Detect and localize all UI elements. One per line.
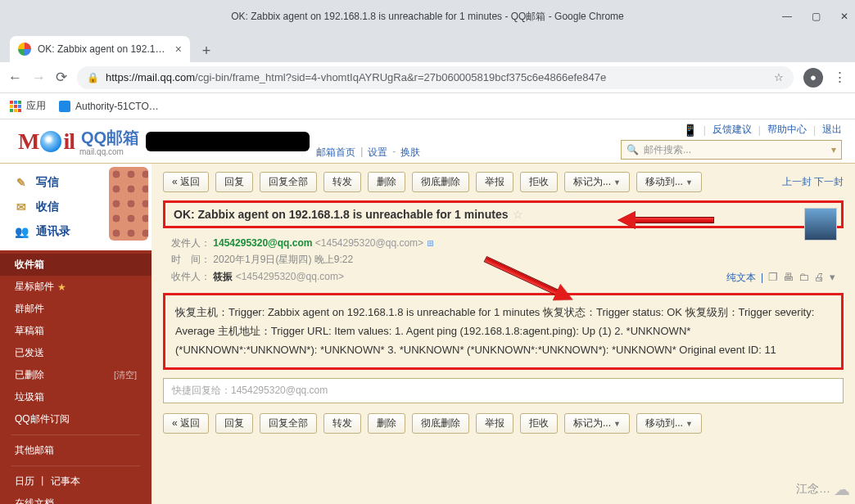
sidebar-item-subscribe[interactable]: QQ邮件订阅 bbox=[0, 408, 152, 430]
print-icon[interactable]: 🖨 bbox=[814, 268, 825, 286]
menu-icon[interactable]: ⋮ bbox=[833, 69, 847, 86]
window-icon[interactable]: ❐ bbox=[768, 268, 778, 286]
delete-button[interactable]: 删除 bbox=[368, 172, 405, 192]
reject-button[interactable]: 拒收 bbox=[520, 172, 558, 192]
chevron-down-icon: ▼ bbox=[613, 178, 621, 187]
tab-title: OK: Zabbix agent on 192.168.1.… bbox=[38, 43, 169, 55]
link-settings[interactable]: 设置 bbox=[368, 146, 387, 160]
plain-text-toggle[interactable]: 纯文本 bbox=[726, 269, 756, 286]
profile-avatar-icon[interactable]: ● bbox=[803, 68, 823, 88]
star-icon: ★ bbox=[57, 281, 66, 293]
contact-card-icon[interactable]: 🗉 bbox=[426, 237, 436, 249]
clear-deleted[interactable]: [清空] bbox=[114, 369, 137, 381]
tab-strip: OK: Zabbix agent on 192.168.1.… × + bbox=[0, 33, 855, 62]
move-to-button[interactable]: 移动到...▼ bbox=[636, 172, 702, 192]
bookmarks-bar: 应用 Authority-51CTO… bbox=[0, 93, 855, 119]
link-mailbox-home[interactable]: 邮箱首页 bbox=[316, 146, 355, 160]
redacted-account bbox=[146, 132, 310, 151]
back-button[interactable]: « 返回 bbox=[163, 172, 209, 192]
delete-button-2[interactable]: 删除 bbox=[368, 413, 405, 434]
mark-as-button-2[interactable]: 标记为...▼ bbox=[564, 413, 630, 434]
sidebar-item-docs[interactable]: 在线文档 bbox=[0, 493, 152, 504]
tab-favicon-icon bbox=[18, 43, 31, 56]
report-button[interactable]: 举报 bbox=[476, 172, 513, 192]
sidebar-item-drafts[interactable]: 草稿箱 bbox=[0, 320, 152, 342]
watermark: 江念… ☁ bbox=[796, 479, 850, 499]
chevron-down-icon: ▼ bbox=[685, 420, 693, 428]
sidebar-item-inbox[interactable]: 收件箱 bbox=[0, 254, 152, 276]
cloud-icon: ☁ bbox=[834, 479, 850, 499]
delete-perm-button[interactable]: 彻底删除 bbox=[412, 172, 469, 192]
mail-time: 2020年1月9日(星期四) 晚上9:22 bbox=[213, 254, 353, 265]
link-help[interactable]: 帮助中心 bbox=[767, 123, 807, 137]
subject-star-icon[interactable]: ☆ bbox=[513, 208, 523, 221]
window-titlebar: OK: Zabbix agent on 192.168.1.8 is unrea… bbox=[0, 0, 855, 33]
mail-search-input[interactable]: 🔍 邮件搜索... ▾ bbox=[621, 140, 842, 160]
tab-close-icon[interactable]: × bbox=[175, 43, 182, 56]
chevron-down-icon: ▼ bbox=[613, 420, 621, 428]
report-button-2[interactable]: 举报 bbox=[476, 413, 513, 434]
new-tab-button[interactable]: + bbox=[195, 39, 218, 62]
delete-perm-button-2[interactable]: 彻底删除 bbox=[412, 413, 469, 434]
mail-subject-highlight: OK: Zabbix agent on 192.168.1.8 is unrea… bbox=[163, 200, 844, 228]
sidebar-item-other[interactable]: 其他邮箱 bbox=[0, 439, 152, 461]
address-bar: ← → ⟳ 🔒 https://mail.qq.com/cgi-bin/fram… bbox=[0, 62, 855, 93]
chevron-down-icon: ▼ bbox=[685, 178, 693, 187]
reject-button-2[interactable]: 拒收 bbox=[520, 413, 558, 434]
forward-icon[interactable]: → bbox=[32, 70, 46, 86]
recipient-name[interactable]: 筱振 bbox=[213, 271, 233, 282]
search-icon: 🔍 bbox=[627, 144, 639, 155]
back-button-2[interactable]: « 返回 bbox=[163, 413, 209, 434]
reply-all-button-2[interactable]: 回复全部 bbox=[260, 413, 317, 434]
sidebar-item-deleted[interactable]: 已删除[清空] bbox=[0, 364, 152, 386]
mail-logo[interactable]: M il QQ邮箱 mail.qq.com bbox=[18, 127, 139, 156]
reload-icon[interactable]: ⟳ bbox=[56, 69, 67, 86]
reply-button[interactable]: 回复 bbox=[215, 172, 253, 192]
back-icon[interactable]: ← bbox=[8, 70, 22, 86]
annotation-arrow-1 bbox=[618, 211, 716, 229]
browser-tab[interactable]: OK: Zabbix agent on 192.168.1.… × bbox=[10, 36, 190, 62]
link-logout[interactable]: 退出 bbox=[822, 123, 842, 137]
link-feedback[interactable]: 反馈建议 bbox=[712, 123, 752, 137]
quick-reply-input[interactable]: 快捷回复给：1454295320@qq.com bbox=[163, 378, 844, 403]
bookmark-favicon-icon bbox=[59, 101, 70, 112]
mail-content: « 返回 回复 回复全部 转发 删除 彻底删除 举报 拒收 标记为...▼ 移动… bbox=[152, 164, 855, 504]
forward-button-2[interactable]: 转发 bbox=[323, 413, 361, 434]
omnibox[interactable]: 🔒 https://mail.qq.com/cgi-bin/frame_html… bbox=[77, 66, 794, 89]
sender-address[interactable]: 1454295320@qq.com bbox=[213, 237, 312, 249]
logo-m-icon: M bbox=[18, 128, 38, 155]
save-icon[interactable]: 🗀 bbox=[798, 268, 809, 286]
sender-avatar[interactable] bbox=[804, 208, 837, 241]
bookmark-authority[interactable]: Authority-51CTO… bbox=[59, 101, 159, 112]
apps-shortcut[interactable]: 应用 bbox=[10, 99, 46, 113]
mail-subject: OK: Zabbix agent on 192.168.1.8 is unrea… bbox=[174, 208, 508, 221]
encoding-icon[interactable]: 🖶 bbox=[783, 268, 794, 286]
mark-as-button[interactable]: 标记为...▼ bbox=[564, 172, 630, 192]
maximize-button[interactable]: ▢ bbox=[812, 11, 821, 22]
forward-button[interactable]: 转发 bbox=[323, 172, 361, 192]
bookmark-star-icon[interactable]: ☆ bbox=[774, 71, 784, 83]
sidebar-item-spam[interactable]: 垃圾箱 bbox=[0, 386, 152, 408]
link-skin[interactable]: 换肤 bbox=[400, 146, 420, 160]
logo-sub-text: mail.qq.com bbox=[79, 147, 139, 156]
sidebar: ✎写信 ✉收信 👥通讯录 收件箱 星标邮件★ 群邮件 草稿箱 已发送 已删除[清… bbox=[0, 164, 152, 504]
sidebar-item-group[interactable]: 群邮件 bbox=[0, 298, 152, 320]
mail-header: M il QQ邮箱 mail.qq.com 邮箱首页 | 设置 - 换肤 📱 |… bbox=[0, 119, 855, 164]
mail-body-highlight: 恢复主机：Trigger: Zabbix agent on 192.168.1.… bbox=[163, 293, 844, 370]
contacts-icon: 👥 bbox=[15, 225, 28, 238]
mail-body-text: 恢复主机：Trigger: Zabbix agent on 192.168.1.… bbox=[175, 306, 814, 356]
sidebar-item-sent[interactable]: 已发送 bbox=[0, 342, 152, 364]
mobile-icon[interactable]: 📱 bbox=[683, 124, 697, 137]
sidebar-item-calendar[interactable]: 日历丨记事本 bbox=[0, 470, 152, 493]
search-dropdown-icon[interactable]: ▾ bbox=[831, 144, 836, 155]
logo-brand-text: QQ邮箱 bbox=[81, 127, 139, 149]
prev-next-links[interactable]: 上一封 下一封 bbox=[782, 175, 844, 189]
more-dropdown-icon[interactable]: ▾ bbox=[830, 268, 835, 286]
minimize-button[interactable]: — bbox=[782, 11, 792, 22]
lock-icon: 🔒 bbox=[87, 72, 99, 83]
reply-button-2[interactable]: 回复 bbox=[215, 413, 253, 434]
move-to-button-2[interactable]: 移动到...▼ bbox=[636, 413, 702, 434]
close-button[interactable]: ✕ bbox=[840, 11, 848, 22]
sidebar-item-starred[interactable]: 星标邮件★ bbox=[0, 276, 152, 298]
reply-all-button[interactable]: 回复全部 bbox=[260, 172, 317, 192]
